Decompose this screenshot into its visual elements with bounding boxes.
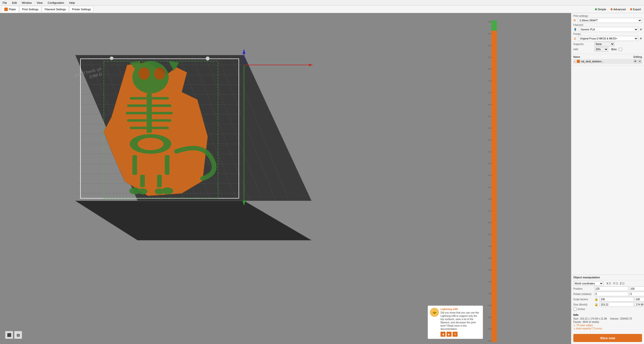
printer-icon-small: 🖨: [573, 37, 576, 40]
filament-label: Filament:: [573, 24, 642, 26]
warn-text-1: 78 open edges: [576, 324, 593, 327]
printer-close-btn[interactable]: ✕: [640, 37, 642, 40]
layers-btn[interactable]: ▤: [14, 331, 22, 339]
svg-rect-50: [132, 155, 137, 175]
object-manipulation-section: Object manipulation World coordinates Lo…: [571, 275, 644, 312]
infill-select[interactable]: 20%: [594, 47, 608, 52]
object-manipulation-controls: World coordinates Local coordinates X ☐ …: [571, 280, 644, 312]
size-row: Size (World): 🔒 mm: [573, 302, 642, 307]
scale-label: Scale factors:: [573, 298, 593, 301]
size-lock-icon[interactable]: 🔒: [594, 303, 598, 306]
notification-buttons: ◀ ▶ ✕: [440, 332, 481, 337]
tab-print-settings[interactable]: Print Settings: [19, 6, 41, 13]
infill-brim-row: Infill: 20% Brim:: [573, 47, 642, 52]
info-size-label: Size:: [573, 317, 579, 320]
filament-select[interactable]: Generic PLA: [579, 27, 638, 32]
object-color-icon: [577, 60, 580, 63]
supports-select[interactable]: None: [594, 42, 615, 46]
printer-select[interactable]: Original Prusa i3 MK3S & MK3S+: [578, 36, 638, 41]
menu-window[interactable]: Window: [21, 1, 33, 5]
object-list-item[interactable]: ⚠ cat_skull_skeleton... 👁 ✏: [573, 59, 642, 64]
svg-rect-46: [152, 119, 171, 122]
xyz-labels: X ☐ Y ☐ Z ☐: [607, 282, 624, 285]
mode-simple[interactable]: Simple: [593, 7, 608, 11]
info-facets-value: 4844 (0 shells): [583, 321, 599, 323]
scale-lock-icon[interactable]: 🔒: [594, 297, 598, 301]
infill-label: Infill:: [573, 48, 593, 51]
info-warning-2: ⚠ Auto-repaired 72 errors: [573, 327, 642, 330]
mode-expert[interactable]: Expert: [629, 7, 642, 11]
filament-close-btn[interactable]: ✕: [640, 28, 642, 31]
inches-checkbox[interactable]: [573, 308, 577, 311]
scale-y-input[interactable]: [635, 297, 644, 302]
position-y-input[interactable]: [629, 286, 644, 291]
object-name: cat_skull_skeleton...: [581, 60, 603, 63]
svg-rect-41: [127, 119, 147, 122]
svg-rect-44: [152, 104, 171, 107]
notif-next-btn[interactable]: ▶: [447, 332, 452, 337]
brim-label: Brim:: [611, 48, 617, 51]
rotate-x-input[interactable]: [594, 292, 628, 296]
info-title: Info: [573, 313, 642, 316]
menu-view[interactable]: View: [36, 1, 44, 5]
filament-icon: 🧵: [573, 28, 577, 31]
menu-edit[interactable]: Edit: [11, 1, 18, 5]
eye-btn[interactable]: 👁: [633, 59, 637, 63]
position-row: Position: mm: [573, 286, 642, 291]
brim-checkbox[interactable]: [619, 48, 622, 51]
rotate-y-input[interactable]: [629, 292, 644, 296]
position-label: Position:: [573, 287, 593, 290]
svg-rect-52: [165, 155, 170, 175]
coord-mode-select[interactable]: World coordinates Local coordinates: [573, 281, 603, 286]
mode-buttons: Simple Advanced Expert: [593, 7, 642, 11]
warn-icon-2: ⚠: [573, 327, 576, 330]
print-settings-title: Print settings:: [573, 15, 642, 17]
info-volume-value: 259450.70: [620, 317, 632, 320]
tab-filament-settings[interactable]: Filament Settings: [42, 6, 69, 13]
gear-icon: ⚙: [573, 19, 576, 22]
tab-plater[interactable]: Plater: [2, 6, 19, 13]
svg-rect-43: [152, 97, 169, 100]
warning-icon: ⚠: [573, 60, 576, 63]
menu-bar: File Edit Window View Configuration Help: [0, 0, 644, 6]
info-warning-1: ⚠ 78 open edges: [573, 324, 642, 327]
menu-configuration[interactable]: Configuration: [47, 1, 65, 5]
svg-rect-42: [130, 127, 147, 129]
size-y-input[interactable]: [635, 302, 644, 307]
mode-advanced-label: Advanced: [613, 8, 626, 11]
object-actions: 👁 ✏: [633, 59, 642, 63]
warn-text-2: Auto-repaired 72 errors: [576, 327, 602, 330]
position-x-input[interactable]: [594, 286, 628, 291]
expert-dot: [630, 8, 632, 10]
svg-rect-47: [152, 127, 169, 129]
menu-file[interactable]: File: [2, 1, 8, 5]
svg-rect-38: [130, 97, 147, 100]
preset-select[interactable]: 0.30mm DRAFT: [578, 18, 642, 23]
slice-now-button[interactable]: Slice now: [573, 334, 642, 342]
svg-point-65: [110, 57, 113, 60]
notification-icon: 🐱: [430, 308, 439, 317]
rotate-row: Rotate (relative): °: [573, 292, 642, 296]
menu-help[interactable]: Help: [68, 1, 76, 5]
scale-bar: [491, 21, 497, 342]
notif-prev-btn[interactable]: ◀: [440, 332, 446, 337]
editing-header: Editing: [633, 56, 642, 58]
cube-view-btn[interactable]: ⬛: [5, 331, 13, 339]
scale-x-input[interactable]: [600, 297, 634, 302]
mode-advanced[interactable]: Advanced: [609, 7, 627, 11]
viewport-tools: ⬛ ▤: [5, 331, 22, 339]
notification-text: Did you know that you can use the Lightn…: [440, 311, 481, 331]
svg-rect-51: [140, 175, 145, 187]
svg-point-55: [138, 188, 147, 194]
tab-printer-settings[interactable]: Printer Settings: [69, 6, 94, 13]
viewport[interactable]: by Josef Prusa i3 MK3 21.8 21.2 20.2 19.…: [0, 13, 571, 344]
object-list-section: Name Editing ⚠ cat_skull_skeleton... 👁 ✏: [571, 54, 644, 66]
notif-close-btn[interactable]: ✕: [453, 332, 458, 337]
size-x-input[interactable]: [600, 302, 634, 307]
notification-content: Lightning infill Did you know that you c…: [440, 308, 481, 337]
edit-btn[interactable]: ✏: [638, 59, 642, 63]
svg-rect-45: [152, 112, 173, 114]
info-size-value: 153.22 x 174.99 x 21.88: [580, 317, 607, 320]
scale-row: Scale factors: 🔒 %: [573, 297, 642, 302]
advanced-dot: [611, 8, 613, 10]
